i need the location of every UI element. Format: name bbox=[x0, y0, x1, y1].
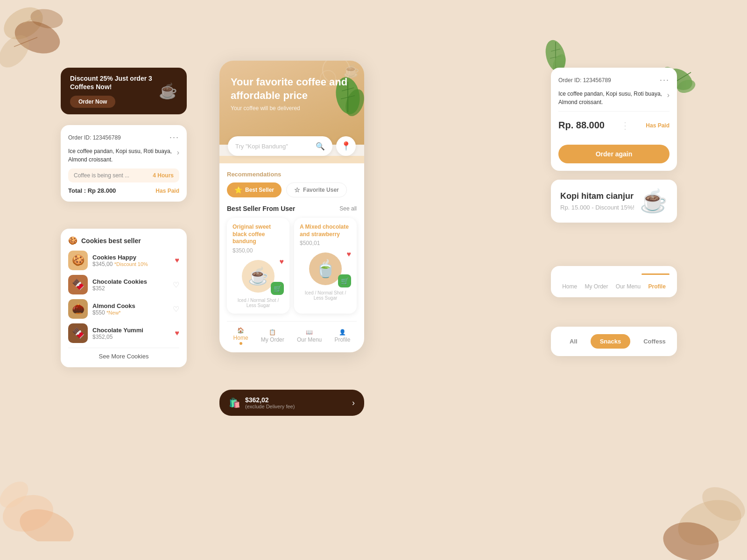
phone-nav: 🏠 Home 📋 My Order 📖 Our Menu 👤 Profile bbox=[227, 321, 357, 345]
filter-tabs: ⭐ Best Seller ☆ Favorite User bbox=[227, 182, 357, 197]
cookie-price-3: $550 *New* bbox=[92, 309, 168, 316]
product-heart-1[interactable]: ♥ bbox=[280, 258, 284, 266]
product-img-1: ☕ bbox=[242, 260, 275, 293]
cookie-details-1: Cookies Happy $345,00 *Discount 10% bbox=[92, 254, 170, 267]
order-payment-right: Has Paid bbox=[646, 122, 669, 129]
cookie-name-4: Chocolate Yummi bbox=[92, 327, 170, 334]
divider-dot: ⋮ bbox=[620, 120, 630, 131]
svg-point-20 bbox=[660, 518, 722, 560]
cart-bar-left: 🛍️ $362,02 (exclude Delivery fee) bbox=[229, 396, 295, 409]
order-options-right[interactable]: ··· bbox=[660, 75, 669, 85]
category-tab-all[interactable]: All bbox=[560, 334, 587, 349]
svg-point-23 bbox=[15, 503, 79, 541]
kopi-icon: ☕ bbox=[640, 188, 668, 214]
nav-card-bar: Home My Order Our Menu Profile bbox=[558, 280, 669, 290]
svg-point-24 bbox=[0, 476, 33, 513]
nav-profile[interactable]: 👤 Profile bbox=[334, 329, 350, 343]
svg-point-3 bbox=[29, 7, 64, 31]
nav-card-right: Home My Order Our Menu Profile bbox=[551, 266, 677, 297]
kopi-price: Rp. 15.000 - Discount 15%! bbox=[560, 204, 634, 211]
cookie-item-3: 🌰 Almond Cooks $550 *New* ♡ bbox=[68, 299, 179, 319]
location-icon: 📍 bbox=[341, 141, 351, 151]
nav-home[interactable]: 🏠 Home bbox=[233, 327, 248, 345]
cookie-item-2: 🍫 Chocolate Cookies $352 ♡ bbox=[68, 275, 179, 294]
promo-banner: Discount 25% Just order 3 Coffees Now! O… bbox=[61, 68, 187, 114]
nav-card-home[interactable]: Home bbox=[562, 283, 577, 290]
svg-line-9 bbox=[550, 56, 561, 58]
order-again-button[interactable]: Order again bbox=[558, 145, 669, 163]
category-tab-coffess[interactable]: Coffess bbox=[634, 334, 675, 349]
phone-ui: ☕ Your favorite coffee and affordable pr… bbox=[219, 61, 364, 352]
order-chevron-right[interactable]: › bbox=[667, 90, 669, 101]
cookie-details-3: Almond Cooks $550 *New* bbox=[92, 302, 168, 316]
see-all-link[interactable]: See all bbox=[339, 205, 357, 212]
svg-point-2 bbox=[0, 29, 35, 73]
order-card-left: Order ID: 123456789 ··· Ice coffee panda… bbox=[61, 125, 187, 202]
category-tabs: All Snacks Coffess bbox=[560, 334, 668, 349]
svg-line-4 bbox=[23, 14, 42, 23]
best-seller-title: Best Seller From User bbox=[227, 205, 295, 212]
order-icon: 📋 bbox=[269, 329, 276, 336]
leaf-top-left-decoration bbox=[0, 0, 75, 77]
cookie-heart-1[interactable]: ♥ bbox=[175, 256, 180, 265]
filter-tab-favorite-user[interactable]: ☆ Favorite User bbox=[286, 182, 347, 197]
phone-header-sub: Your coffee will be delivered bbox=[231, 105, 353, 112]
product-cards-row: Original sweet black coffee bandung $350… bbox=[227, 218, 357, 314]
phone-header-title: Your favorite coffee and affordable pric… bbox=[231, 76, 353, 102]
cookie-price-1: $345,00 *Discount 10% bbox=[92, 261, 170, 267]
order-payment-left: Has Paid bbox=[155, 188, 179, 194]
filter-tab-best-seller[interactable]: ⭐ Best Seller bbox=[227, 182, 282, 197]
phone-search-box[interactable]: Try "Kopi Bandung" 🔍 bbox=[228, 136, 332, 156]
best-seller-row: Best Seller From User See all bbox=[227, 205, 357, 212]
order-options-left[interactable]: ··· bbox=[169, 133, 179, 142]
cookie-price-2: $352 bbox=[92, 285, 168, 292]
search-placeholder: Try "Kopi Bandung" bbox=[235, 143, 312, 150]
product-img-2: 🍵 bbox=[309, 252, 342, 285]
cookie-item-1: 🍪 Cookies Happy $345,00 *Discount 10% ♥ bbox=[68, 251, 179, 270]
cookie-heart-3[interactable]: ♡ bbox=[173, 305, 179, 314]
order-id-left: Order ID: 123456789 bbox=[68, 134, 121, 141]
order-items-right: Ice coffee pandan, Kopi susu, Roti buaya… bbox=[558, 90, 667, 106]
best-seller-icon: ⭐ bbox=[234, 186, 242, 194]
cart-bar[interactable]: 🛍️ $362,02 (exclude Delivery fee) › bbox=[219, 390, 364, 416]
nav-my-order[interactable]: 📋 My Order bbox=[261, 329, 284, 343]
see-more-cookies-button[interactable]: See More Cookies bbox=[68, 348, 179, 360]
product-cart-2[interactable]: 🛒 bbox=[338, 274, 351, 287]
cart-sub: (exclude Delivery fee) bbox=[245, 404, 295, 409]
phone-search-row: Try "Kopi Bandung" 🔍 📍 bbox=[219, 136, 364, 156]
favorite-icon: ☆ bbox=[294, 186, 300, 194]
cookie-icon: 🍪 bbox=[68, 236, 78, 245]
order-total-left: Total : Rp 28.000 bbox=[68, 187, 116, 194]
cookie-details-4: Chocolate Yummi $352,05 bbox=[92, 327, 170, 340]
svg-point-0 bbox=[0, 1, 49, 46]
cart-price: $362,02 bbox=[245, 396, 295, 404]
nav-active-dot bbox=[240, 342, 242, 345]
nav-indicator-wrapper bbox=[558, 273, 669, 280]
order-chevron-left[interactable]: › bbox=[177, 147, 179, 158]
cookie-heart-4[interactable]: ♥ bbox=[175, 329, 180, 337]
product-tags-2: Iced / Normal Shot / Less Sugar bbox=[300, 290, 351, 301]
nav-card-my-order[interactable]: My Order bbox=[585, 283, 608, 290]
cookie-item-4: 🍫 Chocolate Yummi $352,05 ♥ bbox=[68, 323, 179, 343]
leaf-bottom-left-decoration bbox=[0, 457, 93, 541]
cart-icon: 🛍️ bbox=[229, 397, 240, 408]
nav-card-our-menu[interactable]: Our Menu bbox=[616, 283, 641, 290]
product-tags-1: Iced / Normal Shot / Less Sugar bbox=[233, 298, 284, 308]
category-tab-snacks[interactable]: Snacks bbox=[591, 334, 631, 349]
cookie-heart-2[interactable]: ♡ bbox=[173, 280, 179, 289]
product-heart-2[interactable]: ♥ bbox=[347, 250, 352, 259]
cookie-img-1: 🍪 bbox=[68, 251, 88, 270]
cookie-img-2: 🍫 bbox=[68, 275, 88, 294]
order-status-left: Coffee is being sent ... bbox=[74, 172, 129, 179]
nav-active-indicator bbox=[641, 273, 669, 275]
category-card: All Snacks Coffess bbox=[551, 327, 677, 356]
product-cart-1[interactable]: 🛒 bbox=[271, 282, 284, 295]
coffee-promo-icon: ☕ bbox=[159, 82, 177, 100]
order-now-button[interactable]: Order Now bbox=[70, 96, 115, 108]
order-items-left: Ice coffee pandan, Kopi susu, Roti buaya… bbox=[68, 147, 177, 164]
nav-our-menu[interactable]: 📖 Our Menu bbox=[297, 329, 322, 343]
home-icon: 🏠 bbox=[237, 327, 244, 334]
nav-card-profile[interactable]: Profile bbox=[648, 283, 665, 290]
location-button[interactable]: 📍 bbox=[336, 136, 356, 156]
phone-body: Recommendations ⭐ Best Seller ☆ Favorite… bbox=[219, 163, 364, 352]
